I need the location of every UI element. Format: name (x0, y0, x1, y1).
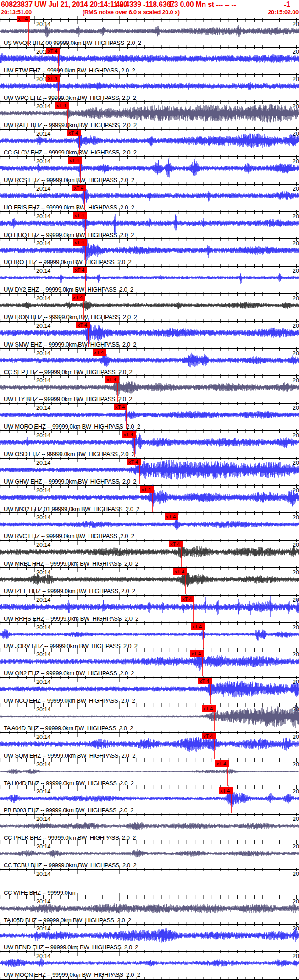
trace-row[interactable]: CC SEP EHZ -- 99999.0km BW HIGHPASS 2.0 … (0, 348, 299, 376)
time-label-left: 20:14 (36, 898, 50, 905)
pick-flag[interactable]: xT 4 (72, 185, 86, 191)
window-end-time: 20:15:02.00 (268, 9, 299, 16)
time-label-left: 20:14 (36, 295, 50, 302)
time-label-right: 20 (293, 898, 299, 905)
pick-flag[interactable]: xT 4 (202, 733, 216, 739)
trace-row[interactable]: CC GLCV EHZ -- 99999.0km BW HIGHPASS 2.0… (0, 129, 299, 156)
trace-row[interactable]: UW MOON EHZ -- 99999.0km BW HIGHPASS 2.0… (0, 951, 299, 979)
trace-row[interactable]: UW SQM EHZ -- 99999.0km BW HIGHPASS 2.0 … (0, 732, 299, 760)
station-label: UW RRHS EHZ -- 99999.0km BW HIGHPASS 2.0… (4, 615, 138, 622)
station-label: UW DY2 EHZ -- 99999.0km BW HIGHPASS 2.0 … (4, 286, 133, 293)
time-label-right: 20 (293, 323, 299, 329)
trace-row[interactable]: UO HUQ EHZ -- 99999.0km BW HIGHPASS 2.0 … (0, 211, 299, 239)
trace-row[interactable]: UW BEND EHZ -- 99999.0km BW HIGHPASS 2.0… (0, 924, 299, 951)
time-label-left: 20:14 (36, 624, 50, 631)
pick-flag[interactable]: xT 4 (46, 48, 60, 54)
time-label-right: 20 (293, 295, 299, 302)
pick-flag[interactable]: xT 4 (202, 705, 216, 712)
pick-flag[interactable]: xT 4 (219, 787, 233, 794)
trace-row[interactable]: US WVOR BHZ 00 99999.0km BW HIGHPASS 2.0… (0, 19, 299, 47)
time-label-right: 20 (293, 788, 299, 795)
trace-row[interactable]: UW LTY BHZ -- 99999.0km BW HIGHPASS 2.0 … (0, 375, 299, 403)
trace-row[interactable]: UW IZEE HHZ -- 99999.0km BW HIGHPASS 2.0… (0, 567, 299, 595)
time-label-left: 20:14 (36, 240, 50, 247)
pick-flag[interactable]: xT 4 (17, 16, 30, 22)
time-label-left: 20:14 (36, 788, 50, 795)
pick-flag[interactable]: xT 4 (165, 513, 178, 520)
trace-row[interactable]: TA A04D BHZ -- 99999.0km BW HIGHPASS 2.0… (0, 705, 299, 732)
event-lat-lon: 42.4339 -118.6367 (116, 0, 174, 9)
window-start-time: 20:13:51.00 (1, 9, 32, 16)
station-label: CC TCBU BHZ -- 99999.0km BW HIGHPASS 2.0… (4, 862, 136, 869)
trace-row[interactable]: TA H04D BHZ -- 99999.0km BW HIGHPASS 2.0… (0, 760, 299, 787)
station-label: UO HUQ EHZ -- 99999.0km BW HIGHPASS 2.0 … (4, 231, 134, 238)
pick-flag[interactable]: xT 4 (173, 568, 187, 575)
trace-row[interactable]: UW QN2 EHZ -- 99999.0km BW HIGHPASS 2.0 … (0, 650, 299, 677)
time-label-left: 20:14 (36, 21, 50, 28)
pick-flag[interactable]: xT 4 (46, 75, 60, 82)
station-label: UW LTY BHZ -- 99999.0km BW HIGHPASS 2.0 … (4, 396, 132, 402)
trace-row[interactable]: UW SMW EHZ -- 99999.0km BW HIGHPASS 2.0 … (0, 321, 299, 348)
pick-flag[interactable]: xT 4 (76, 322, 90, 328)
pick-flag[interactable]: xT 4 (93, 349, 106, 356)
time-label-left: 20:14 (36, 131, 50, 137)
time-label-right: 20 (293, 460, 299, 466)
trace-row[interactable]: UW RATT BHZ -- 99999.0km BW HIGHPASS 2.0… (0, 101, 299, 129)
pick-flag[interactable]: xT 4 (140, 486, 154, 493)
trace-row[interactable]: UW GHW EHZ -- 99999.0km BW HIGHPASS 2.0 … (0, 458, 299, 485)
trace-row[interactable]: UW JORV EHZ -- 99999.0km BW HIGHPASS 2.0… (0, 622, 299, 650)
trace-row[interactable]: CC PRLK BHZ -- 99999.0km BW HIGHPASS 2.0… (0, 814, 299, 842)
pick-flag[interactable]: xT 4 (55, 102, 69, 109)
time-label-right: 20 (293, 103, 299, 110)
pick-flag[interactable]: xT 4 (73, 239, 87, 246)
trace-row[interactable]: UW RCS EHZ -- 99999.0km BW HIGHPASS 2.0 … (0, 156, 299, 184)
trace-row[interactable]: TA I05D BHZ -- 99999.0km BW HIGHPASS 2.0… (0, 897, 299, 924)
pick-flag[interactable]: xT 4 (127, 459, 141, 465)
time-label-left: 20:14 (36, 843, 50, 850)
event-trailer: -1 (284, 0, 290, 9)
pick-flag[interactable]: xT 4 (198, 678, 212, 684)
time-label-right: 20 (293, 76, 299, 83)
time-label-left: 20:14 (36, 103, 50, 110)
station-label: UW QN2 EHZ -- 99999.0km BW HIGHPASS 2.0 … (4, 670, 134, 677)
pick-flag[interactable]: xT 4 (169, 541, 183, 547)
station-label: UW SMW EHZ -- 99999.0km BW HIGHPASS 2.0 … (4, 341, 136, 348)
time-label-left: 20:14 (36, 432, 50, 439)
time-label-left: 20:14 (36, 542, 50, 548)
station-label: UW IRON HHZ -- 99999.0km BW HIGHPASS 2.0… (4, 314, 137, 320)
trace-row[interactable]: UW MRBL HHZ -- 99999.0km BW HIGHPASS 2.0… (0, 540, 299, 567)
pick-flag[interactable]: xT 4 (68, 157, 82, 164)
trace-row[interactable]: UW NCO EHZ -- 99999.0km BW HIGHPASS 2.0 … (0, 677, 299, 705)
time-label-left: 20:14 (36, 734, 50, 740)
station-label: UW NCO EHZ -- 99999.0km BW HIGHPASS 2.0 … (4, 697, 135, 704)
time-label-right: 20 (293, 131, 299, 137)
trace-row[interactable]: UW WPO EHZ -- 99999.0km BW HIGHPASS 2.0 … (0, 74, 299, 102)
pick-flag[interactable]: xT 4 (72, 294, 85, 301)
trace-row[interactable]: UW RRHS EHZ -- 99999.0km BW HIGHPASS 2.0… (0, 595, 299, 622)
pick-flag[interactable]: xT 4 (181, 596, 194, 602)
trace-row[interactable]: PB B003 EHZ -- 99999.0km BW HIGHPASS 2.0… (0, 787, 299, 814)
trace-row[interactable]: UW DY2 EHZ -- 99999.0km BW HIGHPASS 2.0 … (0, 266, 299, 293)
trace-row[interactable]: UO IRO EHZ -- 99999.0km BW HIGHPASS 2.0 … (0, 238, 299, 266)
trace-row[interactable]: UW ETW EHZ -- 99999.0km BW HIGHPASS 2.0 … (0, 47, 299, 74)
station-label: TA A04D BHZ -- 99999.0km BW HIGHPASS 2.0… (4, 725, 133, 732)
pick-flag[interactable]: xT 4 (114, 404, 127, 410)
pick-flag[interactable]: xT 4 (122, 431, 136, 438)
trace-row[interactable]: CC TCBU BHZ -- 99999.0km BW HIGHPASS 2.0… (0, 842, 299, 869)
pick-flag[interactable]: xT 4 (73, 212, 87, 219)
pick-flag[interactable]: xT 4 (215, 760, 229, 767)
trace-row[interactable]: UW IRON HHZ -- 99999.0km BW HIGHPASS 2.0… (0, 293, 299, 321)
pick-flag[interactable]: xT 4 (67, 130, 81, 136)
trace-row[interactable]: UW MORO EHZ -- 99999.0km BW HIGHPASS 2.0… (0, 403, 299, 430)
time-label-left: 20:14 (36, 158, 50, 165)
trace-row[interactable]: CC WIFE BHZ -- 99999.0km20:1420 (0, 869, 299, 897)
pick-flag[interactable]: xT 4 (191, 623, 205, 630)
trace-row[interactable]: UW RVC EHZ -- 99999.0km BW HIGHPASS 2.0 … (0, 512, 299, 540)
trace-row[interactable]: UW OSD EHZ -- 99999.0km BW HIGHPASS 2.0 … (0, 430, 299, 458)
trace-row[interactable]: UO FRIS EHZ -- 99999.0km BW HIGHPASS 2.0… (0, 184, 299, 211)
pick-flag[interactable]: xT 4 (73, 267, 87, 273)
time-label-right: 20 (293, 761, 299, 768)
pick-flag[interactable]: xT 4 (105, 376, 119, 383)
pick-flag[interactable]: xT 4 (190, 650, 204, 657)
station-label: UW RATT BHZ -- 99999.0km BW HIGHPASS 2.0… (4, 121, 137, 128)
